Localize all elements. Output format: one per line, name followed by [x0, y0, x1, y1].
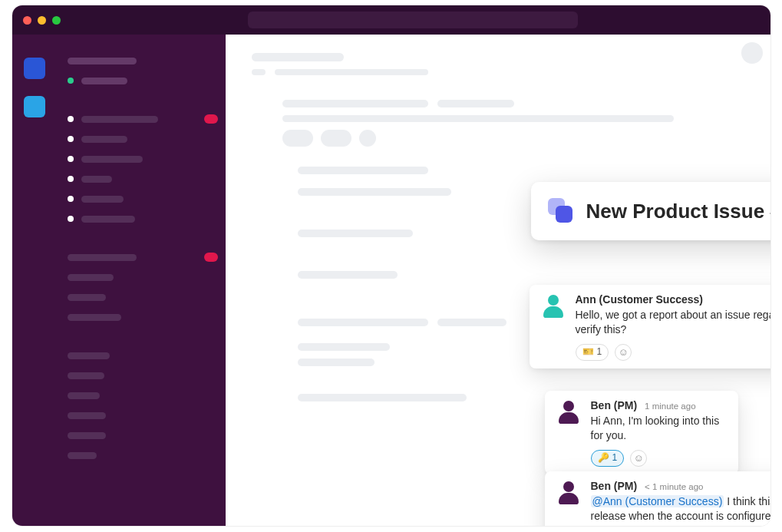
minimize-window-icon[interactable] — [38, 16, 46, 25]
key-emoji-icon: 🔑 — [598, 451, 609, 464]
bullet-icon — [68, 156, 74, 162]
sidebar-item[interactable] — [68, 271, 215, 283]
message-author: Ann (Customer Success) — [576, 292, 770, 308]
sidebar-item[interactable] — [68, 213, 215, 225]
bullet-icon — [68, 136, 74, 142]
avatar-icon — [556, 398, 582, 425]
sidebar-item[interactable] — [68, 55, 215, 67]
ticket-emoji-icon: 🎫 — [582, 345, 594, 359]
sidebar-item[interactable] — [68, 291, 215, 303]
unread-badge — [204, 253, 218, 262]
sidebar-item[interactable] — [68, 193, 215, 205]
message-author: Ben (PM) — [591, 480, 638, 492]
message-text: Hi Ann, I'm looking into this for you. — [591, 414, 728, 444]
message-pane: New Product Issue #312 Ann (Customer Suc… — [226, 35, 770, 526]
avatar-icon — [540, 292, 566, 319]
app-icon — [548, 198, 574, 224]
sidebar-item[interactable] — [68, 389, 215, 401]
message-2[interactable]: Ben (PM) 1 minute ago Hi Ann, I'm lookin… — [545, 391, 738, 474]
bullet-icon — [68, 176, 74, 182]
reaction-count: 1 — [597, 345, 602, 359]
sidebar-item[interactable] — [68, 429, 215, 441]
presence-dot-icon — [68, 78, 74, 84]
message-text: @Ann (Customer Success) I think this is … — [591, 494, 770, 526]
message-1[interactable]: Ann (Customer Success) Hello, we got a r… — [530, 285, 770, 368]
sidebar-item[interactable] — [68, 133, 215, 145]
app-window: New Product Issue #312 Ann (Customer Suc… — [12, 5, 771, 527]
bullet-icon — [68, 216, 74, 222]
channel-sidebar — [57, 35, 226, 526]
add-reaction-button[interactable]: ☺ — [615, 344, 632, 361]
workspace-switcher-1[interactable] — [24, 58, 45, 79]
reaction-count: 1 — [612, 451, 618, 464]
user-menu-avatar[interactable] — [741, 42, 763, 64]
maximize-window-icon[interactable] — [52, 16, 61, 25]
card-title: New Product Issue #312 — [586, 200, 770, 223]
add-emoji-icon: ☺ — [634, 451, 644, 465]
close-window-icon[interactable] — [23, 16, 31, 25]
sidebar-item[interactable] — [68, 349, 215, 362]
reaction-pill[interactable]: 🎫 1 — [576, 344, 609, 361]
message-timestamp: < 1 minute ago — [645, 482, 703, 491]
sidebar-item[interactable] — [68, 449, 215, 461]
sidebar-item[interactable] — [68, 113, 215, 125]
avatar-icon — [556, 479, 582, 505]
message-timestamp: 1 minute ago — [645, 401, 696, 411]
add-reaction-button[interactable]: ☺ — [630, 450, 647, 467]
unread-badge — [204, 114, 218, 124]
sidebar-item[interactable] — [68, 74, 215, 87]
bullet-icon — [68, 196, 74, 202]
add-emoji-icon: ☺ — [619, 345, 629, 359]
titlebar — [12, 5, 770, 35]
notification-card[interactable]: New Product Issue #312 — [531, 182, 770, 240]
message-3[interactable]: Ben (PM) < 1 minute ago @Ann (Customer S… — [545, 471, 770, 526]
sidebar-item[interactable] — [68, 173, 215, 185]
mention[interactable]: @Ann (Customer Success) — [591, 495, 724, 507]
sidebar-item[interactable] — [68, 311, 215, 323]
window-controls — [23, 16, 61, 25]
message-text: Hello, we got a report about an issue re… — [576, 308, 770, 338]
bullet-icon — [68, 116, 74, 122]
message-author: Ben (PM) — [591, 399, 638, 411]
sidebar-item[interactable] — [68, 409, 215, 421]
sidebar-item[interactable] — [68, 369, 215, 382]
workspace-rail — [12, 35, 57, 526]
workspace-switcher-2[interactable] — [24, 96, 45, 117]
sidebar-item[interactable] — [68, 251, 215, 263]
search-input[interactable] — [248, 12, 578, 28]
reaction-pill[interactable]: 🔑 1 — [591, 450, 625, 467]
sidebar-item[interactable] — [68, 153, 215, 165]
